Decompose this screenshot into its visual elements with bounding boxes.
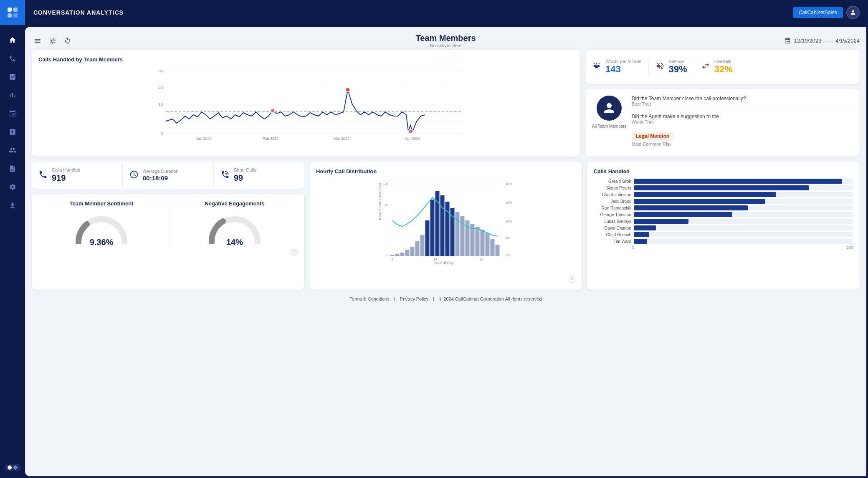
svg-rect-40 xyxy=(420,235,425,256)
duration-label: Average Duration xyxy=(143,169,178,174)
svg-text:Apr 2024: Apr 2024 xyxy=(405,137,420,141)
avg-duration-metric: Average Duration 00:18:09 xyxy=(123,162,214,189)
short-calls-value: 99 xyxy=(234,173,256,183)
refresh-icon[interactable] xyxy=(62,35,73,47)
sentiment-value: 9.36% xyxy=(38,238,164,247)
svg-rect-36 xyxy=(400,253,405,256)
sidebar-item-home[interactable] xyxy=(4,32,21,48)
short-calls-info: Short Calls 99 xyxy=(234,167,256,183)
sidebar-item-calendar[interactable] xyxy=(4,105,21,122)
negative-value: 14% xyxy=(172,238,298,247)
hourly-help-icon[interactable]: ? xyxy=(569,276,575,283)
sidebar-item-export[interactable] xyxy=(4,197,21,214)
bar-track xyxy=(634,239,853,244)
svg-point-19 xyxy=(271,109,275,113)
calls-label: Calls Handled xyxy=(52,167,80,172)
svg-text:10%: 10% xyxy=(506,220,512,223)
bar-fill xyxy=(634,205,748,210)
svg-text:0%: 0% xyxy=(506,253,511,257)
svg-text:5%: 5% xyxy=(506,236,511,240)
duration-value: 00:18:09 xyxy=(143,175,178,182)
footer-copyright: © 2024 CallCabinet Corporation All right… xyxy=(439,296,542,301)
footer: Terms & Conditions | Privacy Policy | © … xyxy=(32,293,860,305)
page-controls xyxy=(32,35,73,47)
avatar[interactable] xyxy=(846,6,860,19)
svg-text:20%: 20% xyxy=(506,182,512,186)
footer-privacy[interactable]: Privacy Policy xyxy=(400,296,428,301)
footer-sep2: | xyxy=(433,296,434,301)
overtalk-label: Overtalk xyxy=(714,59,733,64)
main-area: CONVERSATION ANALYTICS CallCabinetSales xyxy=(25,0,868,478)
svg-text:30: 30 xyxy=(159,69,163,73)
worst-trait-row: Did the Agent make a suggestion to the W… xyxy=(632,114,853,124)
bar-label: Charl Roesch xyxy=(594,233,631,237)
wpm-stat: Words per Minute 143 xyxy=(592,56,642,77)
bar-fill xyxy=(634,199,765,204)
footer-terms[interactable]: Terms & Conditions xyxy=(349,296,389,301)
bar-fill xyxy=(634,225,656,230)
sidebar-item-add[interactable] xyxy=(4,124,21,140)
best-trait-label: Did the Team Member close the call profe… xyxy=(632,96,853,101)
svg-rect-3 xyxy=(13,13,18,18)
sidebar-item-reports[interactable] xyxy=(4,160,21,177)
silence-label: Silence xyxy=(669,59,687,64)
sentiment-help-icon[interactable]: ? xyxy=(291,249,298,255)
bar-x-max: 200 xyxy=(847,245,853,250)
page-title: Team Members xyxy=(415,33,476,43)
bar-fill xyxy=(634,212,732,217)
svg-rect-0 xyxy=(8,8,12,12)
calls-info: Calls Handled 919 xyxy=(52,167,80,183)
bar-label: Simon Peters xyxy=(594,186,631,190)
calls-value: 919 xyxy=(52,173,80,183)
no-filters-label: No active filters xyxy=(415,43,476,48)
svg-rect-55 xyxy=(496,245,500,256)
sidebar-toggle[interactable] xyxy=(4,464,21,471)
team-avatar xyxy=(597,96,622,121)
account-button[interactable]: CallCabinetSales xyxy=(793,7,843,18)
bar-fill xyxy=(634,239,647,244)
footer-sep1: | xyxy=(394,296,395,301)
calls-handled-metric: Calls Handled 919 xyxy=(32,162,123,189)
silence-icon xyxy=(655,61,665,72)
bar-row: Charl Roesch xyxy=(594,232,853,237)
toggle-dot-2 xyxy=(13,465,18,470)
bar-row: Chard Johnston xyxy=(594,192,853,197)
bar-fill xyxy=(634,219,688,224)
sidebar-item-calls[interactable] xyxy=(4,50,21,67)
wpm-icon xyxy=(592,61,601,73)
svg-rect-44 xyxy=(440,195,445,256)
silence-info: Silence 39% xyxy=(669,59,687,75)
silence-stat: Silence 39% xyxy=(655,56,687,77)
sidebar-item-team[interactable] xyxy=(4,142,21,159)
team-avatar-group: All Team Members xyxy=(592,96,627,129)
bar-row: Simon Peters xyxy=(594,185,853,190)
trait-divider-1 xyxy=(632,110,853,110)
bar-fill xyxy=(634,232,649,237)
negative-title: Negative Engagements xyxy=(172,200,298,207)
calls-handled-card: Calls Handled Gerald GrohSimon PetersCha… xyxy=(587,162,860,290)
svg-rect-34 xyxy=(390,255,395,256)
bar-row: Lukas Garmys xyxy=(594,219,853,224)
page-header: Team Members No active filters 12/19/202… xyxy=(32,33,860,48)
duration-icon xyxy=(129,170,139,181)
svg-rect-54 xyxy=(491,239,495,256)
duration-info: Average Duration 00:18:09 xyxy=(143,169,178,182)
svg-rect-1 xyxy=(13,8,18,12)
svg-rect-41 xyxy=(425,220,430,256)
date-from: 12/19/2023 xyxy=(794,38,821,44)
overtalk-icon xyxy=(701,61,710,72)
risk-badge: Legal Mention xyxy=(632,132,674,141)
sidebar-item-settings[interactable] xyxy=(4,179,21,195)
bar-row: George Tutuianu xyxy=(594,212,853,217)
menu-icon[interactable] xyxy=(32,35,43,47)
bar-track xyxy=(634,192,853,197)
wpm-info: Words per Minute 143 xyxy=(605,59,642,75)
calls-handled-title: Calls Handled xyxy=(594,168,853,175)
svg-rect-35 xyxy=(395,254,400,256)
filter-icon[interactable] xyxy=(47,35,58,47)
sidebar-item-analytics[interactable] xyxy=(4,68,21,85)
bar-label: Gavin Churton xyxy=(594,226,631,230)
line-chart-svg: 30 20 10 0 Jan 2024 Feb 2024 Mar 2024 Ap… xyxy=(38,67,574,142)
bar-label: Gerald Groh xyxy=(594,179,631,184)
sidebar-item-barchart[interactable] xyxy=(4,87,21,104)
